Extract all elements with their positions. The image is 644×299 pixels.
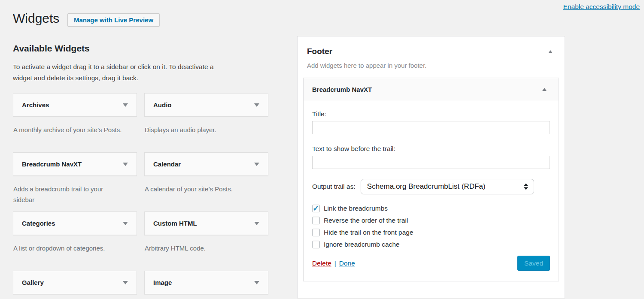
chevron-down-icon [123,281,128,284]
widget-cell-audio: Audio Displays an audio player. [144,93,268,152]
widget-description: A list or dropdown of categories. [13,243,122,254]
output-trail-label: Output trail as: [312,183,355,190]
link-breadcrumbs-checkbox[interactable]: ✓ [312,205,320,212]
widget-description: A calendar of your site’s Posts. [144,184,254,195]
widget-card-image[interactable]: Image [144,271,268,294]
widget-description: Adds a breadcrumb trail to your sidebar [13,184,122,205]
widget-cell-categories: Categories A list or dropdown of categor… [13,211,137,271]
widget-description: A monthly archive of your site’s Posts. [13,125,122,136]
widget-card-custom-html[interactable]: Custom HTML [144,211,268,235]
widget-card-calendar[interactable]: Calendar [144,152,268,176]
widget-description: Arbitrary HTML code. [144,243,254,254]
footer-sidebar-panel: Footer Add widgets here to appear in you… [297,36,565,298]
done-link[interactable]: Done [339,260,355,267]
checkbox-row-hide-front-page[interactable]: ✓ Hide the trail on the front page [312,229,550,236]
checkbox-row-reverse-order[interactable]: ✓ Reverse the order of the trail [312,217,550,224]
widget-cell-custom-html: Custom HTML Arbitrary HTML code. [144,211,268,271]
breadcrumb-navxt-widget-header[interactable]: Breadcrumb NavXT [304,78,559,101]
widget-card-title: Gallery [22,279,44,286]
breadcrumb-navxt-widget-title: Breadcrumb NavXT [312,86,372,93]
widget-description: Displays an audio player. [144,125,254,136]
widget-cell-gallery: Gallery [13,271,137,299]
available-widgets-grid: Archives A monthly archive of your site’… [13,93,268,299]
title-field-label: Title: [312,110,550,118]
collapse-up-icon[interactable] [548,50,553,53]
checkbox-label: Link the breadcrumbs [324,205,388,212]
chevron-down-icon [254,163,259,166]
saved-button[interactable]: Saved [517,256,550,271]
widget-card-title: Audio [153,101,172,109]
manage-with-live-preview-button[interactable]: Manage with Live Preview [67,13,160,27]
reverse-order-checkbox[interactable]: ✓ [312,217,320,224]
output-trail-row: Output trail as: Schema.org BreadcrumbLi… [312,179,550,194]
output-trail-select[interactable]: Schema.org BreadcrumbList (RDFa) [361,179,534,194]
page-title: Widgets [13,11,59,26]
delete-link[interactable]: Delete [312,260,331,267]
chevron-down-icon [254,281,259,284]
widget-card-title: Breadcrumb NavXT [22,160,82,168]
widget-card-title: Categories [22,220,55,227]
chevron-down-icon [123,222,128,225]
ignore-cache-checkbox[interactable]: ✓ [312,241,320,248]
footer-panel-description: Add widgets here to appear in your foote… [307,62,555,69]
select-arrows-icon [524,184,528,190]
breadcrumb-navxt-expanded-widget: Breadcrumb NavXT Title: Text to show bef… [303,78,559,281]
available-widgets-description: To activate a widget drag it to a sideba… [13,61,233,83]
pretext-input[interactable] [312,156,550,169]
widget-card-title: Calendar [153,160,181,168]
widget-card-archives[interactable]: Archives [13,93,137,117]
checkbox-label: Hide the trail on the front page [324,229,413,236]
widget-cell-image: Image [144,271,268,299]
widget-card-title: Custom HTML [153,220,197,227]
checkbox-label: Ignore breadcrumb cache [324,241,400,248]
title-input[interactable] [312,121,550,134]
available-widgets-heading: Available Widgets [13,43,90,54]
checkbox-row-link-breadcrumbs[interactable]: ✓ Link the breadcrumbs [312,205,550,212]
widget-card-title: Archives [22,101,49,109]
widgets-admin-page: Enable accessibility mode Widgets Manage… [0,0,644,299]
checkmark-icon: ✓ [313,203,319,213]
checkbox-label: Reverse the order of the trail [324,217,408,224]
chevron-down-icon [123,103,128,107]
widget-card-title: Image [153,279,172,286]
options-checkbox-group: ✓ Link the breadcrumbs ✓ Reverse the ord… [312,205,550,248]
widget-cell-calendar: Calendar A calendar of your site’s Posts… [144,152,268,211]
widget-cell-archives: Archives A monthly archive of your site’… [13,93,137,152]
pretext-field-label: Text to show before the trail: [312,145,550,153]
widget-cell-breadcrumb-navxt: Breadcrumb NavXT Adds a breadcrumb trail… [13,152,137,211]
chevron-down-icon [123,163,128,166]
widget-actions-row: Delete | Done Saved [312,256,550,271]
widget-card-breadcrumb-navxt[interactable]: Breadcrumb NavXT [13,152,137,176]
widget-card-audio[interactable]: Audio [144,93,268,117]
widget-card-categories[interactable]: Categories [13,211,137,235]
breadcrumb-navxt-settings-form: Title: Text to show before the trail: Ou… [304,101,559,281]
hide-front-page-checkbox[interactable]: ✓ [312,229,320,236]
collapse-up-icon[interactable] [542,88,547,91]
enable-accessibility-mode-link[interactable]: Enable accessibility mode [563,3,640,11]
chevron-down-icon [254,103,259,107]
widget-card-gallery[interactable]: Gallery [13,271,137,294]
checkbox-row-ignore-cache[interactable]: ✓ Ignore breadcrumb cache [312,241,550,248]
footer-panel-header[interactable]: Footer [298,36,565,56]
link-separator: | [334,260,336,267]
output-trail-selected-value: Schema.org BreadcrumbList (RDFa) [367,182,486,191]
chevron-down-icon [254,222,259,225]
footer-panel-title: Footer [307,47,332,56]
